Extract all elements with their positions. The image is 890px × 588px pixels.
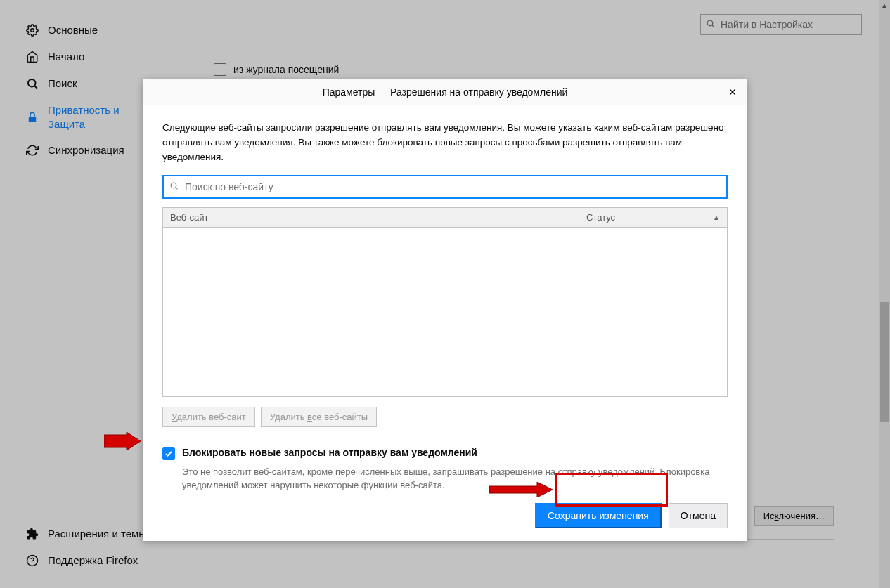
notification-permissions-dialog: Параметры — Разрешения на отправку уведо… — [143, 79, 747, 541]
modal-overlay: Параметры — Разрешения на отправку уведо… — [0, 0, 890, 588]
save-button[interactable]: Сохранить изменения — [535, 503, 662, 528]
close-button[interactable] — [725, 84, 740, 100]
cancel-button[interactable]: Отмена — [669, 503, 728, 528]
block-new-requests-label: Блокировать новые запросы на отправку ва… — [182, 447, 477, 458]
site-search-input[interactable] — [162, 175, 728, 199]
search-icon — [169, 181, 179, 192]
block-new-requests-row: Блокировать новые запросы на отправку ва… — [162, 447, 728, 460]
block-new-requests-note: Это не позволит веб-сайтам, кроме перечи… — [182, 466, 728, 492]
dialog-title: Параметры — Разрешения на отправку уведо… — [323, 86, 568, 98]
block-new-requests-checkbox[interactable] — [162, 447, 175, 460]
svg-line-11 — [176, 187, 178, 189]
col-website[interactable]: Веб-сайт — [163, 208, 579, 227]
svg-point-10 — [171, 183, 176, 188]
sort-arrow-icon: ▲ — [713, 214, 720, 221]
col-status-label: Статус — [586, 212, 615, 223]
table-body-empty — [163, 228, 727, 396]
site-permissions-table: Веб-сайт Статус ▲ — [162, 207, 728, 397]
dialog-header: Параметры — Разрешения на отправку уведо… — [143, 79, 747, 105]
site-search[interactable] — [162, 175, 728, 199]
table-header: Веб-сайт Статус ▲ — [163, 208, 727, 228]
remove-all-sites-button[interactable]: Удалить все веб-сайты — [261, 407, 377, 427]
dialog-description: Следующие веб-сайты запросили разрешение… — [162, 121, 728, 165]
col-status[interactable]: Статус ▲ — [579, 208, 727, 227]
remove-site-button[interactable]: Удалить веб-сайт — [162, 407, 255, 427]
